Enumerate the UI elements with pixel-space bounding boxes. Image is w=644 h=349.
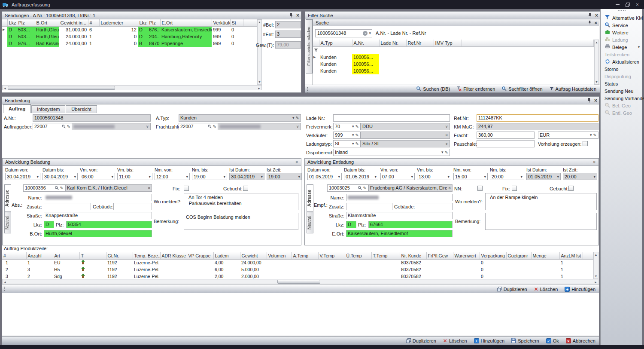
nm-bis-field[interactable]: 19:00▾ <box>192 173 227 180</box>
column-header[interactable]: FrPfl.Gew <box>426 252 453 259</box>
column-header[interactable]: B.Ort <box>35 19 59 26</box>
close-icon[interactable]: × <box>595 13 598 18</box>
auftraggeber-field[interactable]: 22007 ✎ <box>33 123 72 130</box>
column-header[interactable]: # <box>2 252 26 259</box>
column-header[interactable]: Menge <box>531 252 559 259</box>
zusatz-field[interactable] <box>346 203 392 210</box>
sidebar-item-weitere[interactable]: Weitere <box>601 29 642 36</box>
strasse-field[interactable]: Klammstraße <box>346 212 453 219</box>
column-header[interactable]: Ü.Temp <box>345 252 371 259</box>
column-header[interactable]: Plz <box>148 19 160 26</box>
datum-von-field[interactable]: 30.04.2019▾ <box>5 173 40 180</box>
fix-checkbox[interactable] <box>184 186 189 191</box>
tab-auftrag[interactable]: Auftrag <box>3 104 31 113</box>
dispobereich-combo[interactable]: Inland▾✎ <box>333 149 450 156</box>
suchfilter-oeffnen-button[interactable]: Suchfilter öffnen <box>502 86 542 92</box>
strasse-field[interactable]: Knappenstraße <box>44 212 152 219</box>
sidebar-item-alternative-km[interactable]: Alternative KM <box>601 14 642 21</box>
column-header[interactable]: A.Temp <box>292 252 318 259</box>
zusatz-field[interactable] <box>44 203 91 210</box>
datum-von-field[interactable]: 01.05.2019▾ <box>307 173 342 180</box>
wo-melden-textarea[interactable]: - An der Rampe klingeln <box>485 193 597 210</box>
tab-adresse[interactable]: Adresse <box>4 184 11 212</box>
vm-bis-field[interactable]: 13:00▾ <box>417 173 451 180</box>
datum-bis-field[interactable]: 01.05.2019▾ <box>344 173 378 180</box>
plz-field[interactable]: 50354 <box>66 221 152 228</box>
wo-melden-textarea[interactable]: - An Tor 4 melden - Parkausweis bereitha… <box>184 193 298 210</box>
partner-code-field[interactable]: 10003025 ✎ <box>327 184 368 192</box>
minimize-button[interactable] <box>616 3 620 5</box>
duplizieren-button[interactable]: Duplizieren <box>406 338 436 343</box>
toolbar-grip[interactable] <box>3 286 6 292</box>
chevron-down-icon[interactable]: ▾ <box>638 45 642 49</box>
filter-cell[interactable] <box>406 46 434 54</box>
sidebar-item-aktualisieren[interactable]: Aktualisieren <box>601 58 642 65</box>
clear-search-icon[interactable]: × <box>363 31 368 36</box>
tab-infosystem[interactable]: Infosystem <box>31 105 65 113</box>
bemerkung-textarea[interactable] <box>485 213 597 230</box>
vm-von-field[interactable]: 06:00▾ <box>80 173 115 180</box>
duplizieren-button[interactable]: Duplizieren <box>497 287 527 292</box>
tab-adresse[interactable]: Adresse <box>307 184 313 212</box>
filter-cell[interactable] <box>352 46 379 54</box>
filter-cell[interactable] <box>434 46 462 54</box>
vertical-scrollbar[interactable]: ▲ ▼ <box>257 19 262 85</box>
close-icon[interactable]: × <box>594 98 597 103</box>
suchen-db-button[interactable]: Suchen (DB) <box>416 86 450 92</box>
freivermerk-combo[interactable]: 70▾✎ <box>333 123 361 130</box>
search-icon[interactable] <box>208 125 212 129</box>
pauschale-field[interactable] <box>477 140 535 147</box>
table-row[interactable]: 1 1 EU 1192 Luzerne-Pel... 4,00 24. <box>2 259 593 266</box>
table-row[interactable]: 2 3 H5 1192 Luzerne-Pel... 6,00 5.0 <box>2 266 593 273</box>
sidebar-grip[interactable] <box>617 10 626 12</box>
loeschen-button[interactable]: ✕ Löschen <box>443 338 467 343</box>
vm-bis-field[interactable]: 11:00▾ <box>117 173 152 180</box>
column-header[interactable]: Warenwert <box>453 252 480 259</box>
filter-row[interactable] <box>313 46 594 54</box>
column-header[interactable]: Verpackung <box>480 252 506 259</box>
name-field[interactable] <box>44 194 152 201</box>
pencil-icon[interactable]: ✎ <box>67 123 70 130</box>
filter-cell[interactable] <box>379 46 406 54</box>
pencil-icon[interactable]: ✎ <box>60 185 64 191</box>
column-header[interactable]: E.Ort <box>160 19 212 26</box>
collapse-icon[interactable]: » <box>446 187 453 189</box>
collapse-icon[interactable]: » <box>295 161 300 163</box>
vertical-scrollbar[interactable]: ▲ ▼ <box>594 40 599 85</box>
ok-button[interactable]: ✓ Ok <box>546 338 559 343</box>
column-header[interactable]: Lade Nr. <box>379 40 406 46</box>
tab-neutral[interactable]: Neutral <box>307 212 313 233</box>
column-header[interactable]: A.Typ <box>319 40 352 46</box>
nn-checkbox[interactable] <box>477 186 483 191</box>
pencil-icon[interactable]: ✎ <box>363 185 367 191</box>
lade-nr-field[interactable] <box>333 114 450 122</box>
column-header[interactable]: IMV Typ <box>434 40 462 46</box>
fix-checkbox[interactable] <box>512 186 517 191</box>
filter-entfernen-button[interactable]: Filter entfernen <box>457 86 495 92</box>
column-header[interactable]: St <box>230 19 243 26</box>
search-icon[interactable] <box>55 186 59 190</box>
datum-bis-field[interactable]: 30.04.2019▾ <box>43 173 78 180</box>
nm-von-field[interactable]: 15:00▾ <box>453 173 488 180</box>
column-header[interactable]: Ref.Nr <box>406 40 434 46</box>
sidebar-item-storno[interactable]: Storno <box>601 65 642 73</box>
nm-bis-field[interactable]: 20:00▾ <box>490 173 524 180</box>
vertical-scrollbar[interactable]: ▲ ▼ <box>593 252 598 279</box>
column-header[interactable]: A.Nr. <box>352 40 379 46</box>
sidebar-item-belege[interactable]: Belege ▾ <box>601 43 642 51</box>
column-header[interactable]: Anzahl <box>26 252 53 259</box>
gebucht-checkbox[interactable] <box>243 186 248 191</box>
sidebar-item-status[interactable]: Status <box>601 80 642 87</box>
atyp-combo[interactable]: Kunden▾✎ <box>179 114 301 122</box>
column-header[interactable]: Ladem <box>213 252 240 259</box>
column-header[interactable]: Lkz <box>7 19 17 26</box>
filter-save-load-tab[interactable]: Filter speichern/laden <box>306 19 313 73</box>
bemerkung-textarea[interactable]: COS Beginn Beladung melden <box>184 213 298 230</box>
column-header[interactable]: Gewicht in... <box>59 19 88 26</box>
search-icon[interactable] <box>358 186 362 190</box>
abbrechen-button[interactable]: × Abbrechen <box>566 338 595 343</box>
collapse-icon[interactable]: » <box>592 161 597 163</box>
horizontal-scrollbar[interactable]: ◄ ► <box>2 85 262 90</box>
chevron-down-icon[interactable]: ▾ <box>369 31 371 35</box>
column-header[interactable]: Nr. Kunde <box>400 252 426 259</box>
